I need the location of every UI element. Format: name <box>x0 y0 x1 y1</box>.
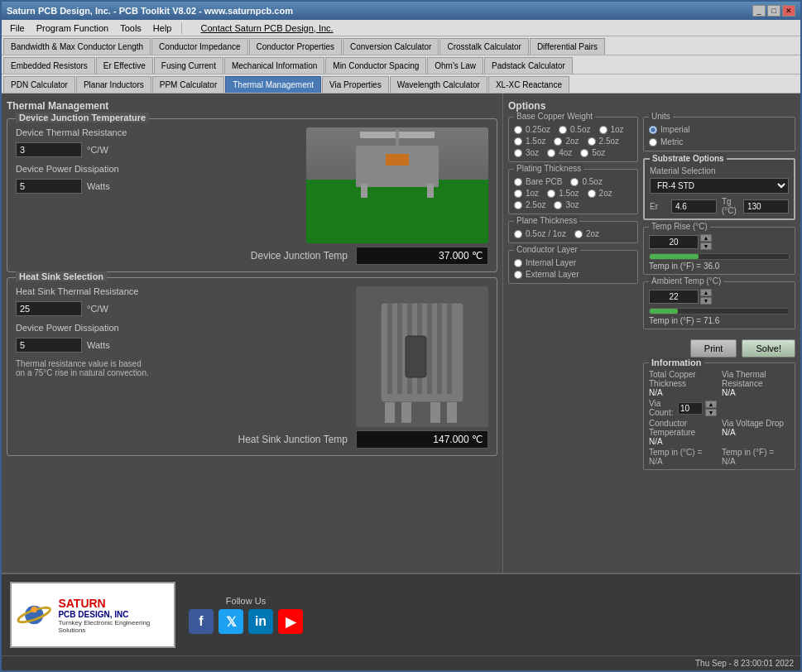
minimize-button[interactable]: _ <box>752 5 766 17</box>
tab-conversion[interactable]: Conversion Calculator <box>343 38 439 55</box>
tab-min-conductor[interactable]: Min Conductor Spacing <box>325 57 426 74</box>
via-count-up[interactable]: ▲ <box>705 401 717 408</box>
tab-thermal-management[interactable]: Thermal Management <box>225 76 321 93</box>
tab-mechanical[interactable]: Mechanical Information <box>224 57 324 74</box>
follow-label: Follow Us <box>226 596 266 606</box>
svg-rect-6 <box>437 303 442 394</box>
ambient-temp-title: Ambient Temp (°C) <box>649 276 723 286</box>
er-tg-row: Er Tg (°C) <box>650 197 789 215</box>
base-copper-3oz[interactable]: 3oz <box>514 147 539 158</box>
power-dissipation-input[interactable] <box>16 179 82 194</box>
temp-rise-input[interactable] <box>649 235 699 249</box>
close-button[interactable]: ✕ <box>782 5 795 17</box>
temp-rise-up[interactable]: ▲ <box>700 234 712 242</box>
hs-thermal-resistance-input[interactable] <box>16 301 82 316</box>
solve-button[interactable]: Solve! <box>742 339 795 358</box>
facebook-icon[interactable]: f <box>189 609 214 634</box>
tab-xl-xc[interactable]: XL-XC Reactance <box>488 76 569 93</box>
temp-rise-down[interactable]: ▼ <box>700 242 712 250</box>
plating-thickness-group: Plating Thickness Bare PCB 0.5oz 1oz 1.5… <box>508 169 638 214</box>
tab-crosstalk[interactable]: Crosstalk Calculator <box>439 38 528 55</box>
hs-power-input[interactable] <box>16 338 82 353</box>
plating-1oz[interactable]: 1oz <box>514 188 539 199</box>
tab-padstack[interactable]: Padstack Calculator <box>484 57 573 74</box>
tab-planar[interactable]: Planar Inductors <box>76 76 151 93</box>
ambient-temp-up[interactable]: ▲ <box>700 289 712 296</box>
via-count-input[interactable] <box>678 402 703 415</box>
plating-3oz[interactable]: 3oz <box>554 199 579 210</box>
heat-sink-result-input[interactable] <box>356 430 488 449</box>
menu-help[interactable]: Help <box>148 22 177 34</box>
svg-rect-5 <box>427 303 432 394</box>
thermal-resistance-input-row: °C/W <box>16 142 296 157</box>
contact-link[interactable]: Contact Saturn PCB Design, Inc. <box>195 22 338 34</box>
svg-rect-10 <box>401 402 411 423</box>
plane-2oz[interactable]: 2oz <box>574 228 599 239</box>
tab-differential[interactable]: Differential Pairs <box>530 38 605 55</box>
temp-rise-input-row: ▲ ▼ <box>649 234 790 250</box>
temp-rise-title: Temp Rise (°C) <box>649 222 710 231</box>
plating-thickness-title: Plating Thickness <box>514 164 583 173</box>
plating-2.5oz[interactable]: 2.5oz <box>514 199 545 210</box>
base-copper-4oz[interactable]: 4oz <box>547 147 572 158</box>
units-metric[interactable]: Metric <box>649 137 790 147</box>
layer-external[interactable]: External Layer <box>514 269 579 280</box>
youtube-icon[interactable]: ▶ <box>278 609 303 634</box>
conductor-temp-label: Conductor Temperature <box>649 419 717 437</box>
power-dissipation-input-row: Watts <box>16 179 296 194</box>
via-voltage-value: N/A <box>722 428 790 437</box>
tab-via-properties[interactable]: Via Properties <box>322 76 389 93</box>
device-junction-group: Device Junction Temperature Device Therm… <box>7 118 497 272</box>
material-selection-dropdown[interactable]: FR-4 STD <box>650 178 789 194</box>
via-count-label: Via Count: <box>649 399 675 417</box>
menu-tools[interactable]: Tools <box>115 22 146 34</box>
tab-fusing-current[interactable]: Fusing Current <box>154 57 223 74</box>
ambient-temp-input-wrap: ▲ ▼ <box>649 289 712 305</box>
plating-2oz[interactable]: 2oz <box>588 188 612 199</box>
ambient-temp-down[interactable]: ▼ <box>700 297 712 305</box>
er-input[interactable] <box>671 199 717 214</box>
maximize-button[interactable]: □ <box>767 5 780 17</box>
device-junction-result-input[interactable] <box>356 247 488 265</box>
base-copper-1.5oz[interactable]: 1.5oz <box>514 136 545 146</box>
base-copper-2.5oz[interactable]: 2.5oz <box>588 136 619 146</box>
base-copper-0.5oz[interactable]: 0.5oz <box>559 124 590 135</box>
heat-sink-group: Heat Sink Selection Heat Sink Thermal Re… <box>7 277 497 456</box>
menu-program-function[interactable]: Program Function <box>31 22 113 34</box>
tab-ppm[interactable]: PPM Calculator <box>152 76 224 93</box>
base-copper-1oz[interactable]: 1oz <box>599 124 624 135</box>
plating-bare-pcb[interactable]: Bare PCB <box>514 176 562 187</box>
ambient-temp-result: Temp in (°F) = 71.6 <box>649 316 790 325</box>
temp-rise-input-wrap: ▲ ▼ <box>649 234 712 250</box>
plating-0.5oz[interactable]: 0.5oz <box>570 176 602 187</box>
linkedin-icon[interactable]: in <box>248 609 273 634</box>
action-buttons: Print Solve! <box>643 339 795 358</box>
base-copper-2oz[interactable]: 2oz <box>554 136 579 146</box>
menu-file[interactable]: File <box>5 22 30 34</box>
layer-internal[interactable]: Internal Layer <box>514 257 576 268</box>
via-voltage-label: Via Voltage Drop <box>722 419 790 428</box>
base-copper-5oz[interactable]: 5oz <box>580 147 605 158</box>
bottom-bar: SATURN PCB DESIGN, INC Turnkey Electroni… <box>2 573 800 655</box>
tab-conductor-impedance[interactable]: Conductor Impedance <box>151 38 247 55</box>
tab-wavelength[interactable]: Wavelength Calculator <box>390 76 487 93</box>
temp-rise-progress-fill <box>650 254 699 259</box>
units-imperial[interactable]: Imperial <box>649 124 790 135</box>
tg-input[interactable] <box>743 199 789 214</box>
via-count-down[interactable]: ▼ <box>705 409 717 416</box>
ambient-temp-input[interactable] <box>649 290 699 304</box>
plane-0.5-1oz[interactable]: 0.5oz / 1oz <box>514 228 566 239</box>
svg-rect-1 <box>387 303 392 394</box>
print-button[interactable]: Print <box>690 339 737 358</box>
tab-bandwidth[interactable]: Bandwidth & Max Conductor Length <box>3 38 151 55</box>
tab-pdn[interactable]: PDN Calculator <box>3 76 75 93</box>
tab-er-effective[interactable]: Er Effective <box>96 57 153 74</box>
plating-1.5oz[interactable]: 1.5oz <box>547 188 579 199</box>
base-copper-0.25oz[interactable]: 0.25oz <box>514 124 550 135</box>
tab-embedded-resistors[interactable]: Embedded Resistors <box>3 57 95 74</box>
tab-ohms-law[interactable]: Ohm's Law <box>427 57 483 74</box>
tab-conductor-properties[interactable]: Conductor Properties <box>249 38 343 55</box>
twitter-icon[interactable]: 𝕏 <box>219 609 243 634</box>
thermal-resistance-input[interactable] <box>16 142 82 157</box>
follow-block: Follow Us f 𝕏 in ▶ <box>189 596 303 634</box>
